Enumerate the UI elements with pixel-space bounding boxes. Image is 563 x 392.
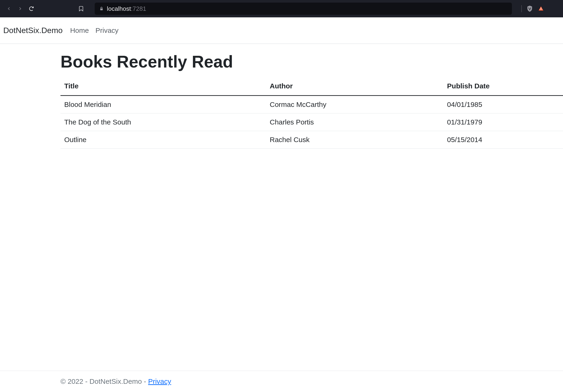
nav-links: Home Privacy	[70, 26, 118, 34]
brave-logo-icon[interactable]	[538, 5, 544, 12]
bookmark-button[interactable]	[77, 4, 85, 13]
lock-icon	[99, 7, 103, 11]
navbar: DotNetSix.Demo Home Privacy	[0, 17, 563, 44]
browser-chrome: localhost:7281	[0, 0, 563, 17]
forward-button[interactable]	[17, 5, 24, 12]
cell-title: Outline	[61, 131, 266, 149]
footer-copyright: © 2022 - DotNetSix.Demo -	[61, 378, 148, 385]
address-bar[interactable]: localhost:7281	[95, 3, 512, 15]
cell-title: Blood Meridian	[61, 96, 266, 114]
table-row: The Dog of the South Charles Portis 01/3…	[61, 114, 563, 131]
svg-rect-0	[100, 8, 103, 10]
cell-publish-date: 05/15/2014	[443, 131, 563, 149]
table-row: Blood Meridian Cormac McCarthy 04/01/198…	[61, 96, 563, 114]
main-content: Books Recently Read Title Author Publish…	[0, 44, 563, 371]
nav-link-home[interactable]: Home	[70, 26, 89, 34]
books-table: Title Author Publish Date Blood Meridian…	[61, 78, 563, 149]
nav-link-privacy[interactable]: Privacy	[95, 26, 118, 34]
table-row: Outline Rachel Cusk 05/15/2014	[61, 131, 563, 149]
brave-shields-icon[interactable]	[526, 5, 534, 13]
th-publish-date: Publish Date	[443, 78, 563, 96]
brand-link[interactable]: DotNetSix.Demo	[3, 26, 63, 35]
cell-author: Cormac McCarthy	[266, 96, 444, 114]
chrome-right-controls	[521, 5, 544, 13]
footer-privacy-link[interactable]: Privacy	[148, 378, 171, 385]
th-author: Author	[266, 78, 444, 96]
back-button[interactable]	[6, 5, 12, 12]
divider	[521, 5, 522, 12]
footer: © 2022 - DotNetSix.Demo - Privacy	[0, 371, 563, 392]
table-header-row: Title Author Publish Date	[61, 78, 563, 96]
cell-author: Rachel Cusk	[266, 131, 444, 149]
page-content: DotNetSix.Demo Home Privacy Books Recent…	[0, 17, 563, 392]
reload-button[interactable]	[28, 5, 35, 12]
cell-publish-date: 04/01/1985	[443, 96, 563, 114]
url-port: :7281	[131, 5, 146, 12]
cell-author: Charles Portis	[266, 114, 444, 131]
page-title: Books Recently Read	[61, 52, 563, 71]
th-title: Title	[61, 78, 266, 96]
url-text: localhost:7281	[107, 5, 146, 13]
url-host: localhost	[107, 5, 131, 12]
cell-title: The Dog of the South	[61, 114, 266, 131]
cell-publish-date: 01/31/1979	[443, 114, 563, 131]
